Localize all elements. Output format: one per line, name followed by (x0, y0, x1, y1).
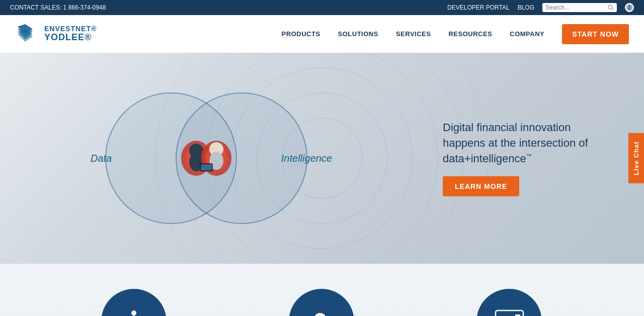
svg-rect-39 (515, 314, 520, 317)
learn-more-button[interactable]: LEARN MORE (443, 176, 519, 196)
people-illustration (169, 108, 244, 208)
cards-section: DEVELOPER API DATA PLATFORM (0, 264, 644, 316)
hero-section: Data Intelligence Digital financial inno… (0, 53, 644, 264)
logo-text: ENVESTNET® YODLEE® (44, 25, 97, 43)
intelligence-label: Intelligence (281, 153, 332, 164)
nav-links: PRODUCTS SOLUTIONS SERVICES RESOURCES CO… (282, 24, 629, 44)
live-chat-button[interactable]: Live Chat (628, 133, 644, 183)
nav-bar: ENVESTNET® YODLEE® PRODUCTS SOLUTIONS SE… (0, 15, 644, 53)
svg-line-1 (612, 9, 614, 11)
svg-point-0 (608, 5, 612, 9)
data-analytics-circle (476, 289, 542, 316)
nav-products[interactable]: PRODUCTS (282, 30, 320, 38)
logo-icon (15, 22, 40, 47)
hero-heading: Digital financial innovation happens at … (443, 120, 604, 166)
analytics-icon (493, 305, 526, 317)
start-now-button[interactable]: START NOW (562, 24, 629, 44)
nav-company[interactable]: COMPANY (510, 30, 544, 38)
card-data-analytics[interactable]: DATA ANALYTICS (476, 289, 542, 316)
contact-info: CONTACT SALES: 1 866-374-0948 (10, 4, 106, 11)
svg-rect-28 (201, 164, 212, 170)
top-bar-right: DEVELOPER PORTAL BLOG (447, 3, 634, 12)
search-icon (608, 5, 614, 11)
search-box (542, 3, 617, 12)
globe-icon[interactable] (625, 3, 634, 12)
card-developer-api[interactable]: DEVELOPER API (101, 289, 167, 316)
hero-text: Digital financial innovation happens at … (443, 120, 604, 196)
developer-portal-link[interactable]: DEVELOPER PORTAL (447, 4, 510, 11)
venn-diagram: Data Intelligence (75, 78, 337, 239)
data-label: Data (91, 153, 112, 164)
svg-point-29 (131, 310, 136, 315)
search-input[interactable] (545, 4, 606, 11)
logo-brand: ENVESTNET® (44, 25, 97, 33)
nav-services[interactable]: SERVICES (396, 30, 431, 38)
nav-solutions[interactable]: SOLUTIONS (338, 30, 378, 38)
logo-area[interactable]: ENVESTNET® YODLEE® (15, 22, 97, 47)
blog-link[interactable]: BLOG (518, 4, 534, 11)
data-platform-circle (289, 289, 354, 316)
platform-icon (305, 305, 338, 317)
logo-sub: YODLEE® (44, 33, 97, 43)
top-bar: CONTACT SALES: 1 866-374-0948 DEVELOPER … (0, 0, 644, 15)
api-icon (118, 305, 150, 317)
card-data-platform[interactable]: DATA PLATFORM (289, 289, 354, 316)
developer-api-circle (101, 289, 167, 316)
nav-resources[interactable]: RESOURCES (448, 30, 492, 38)
